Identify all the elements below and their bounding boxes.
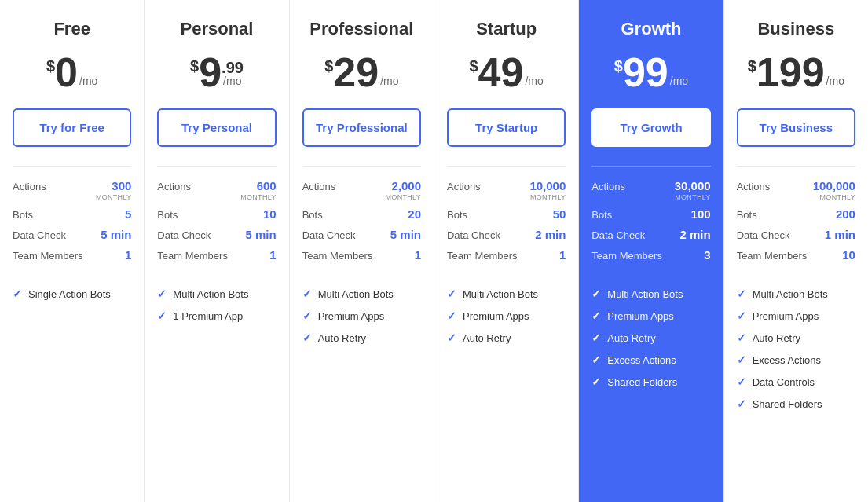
price-period-growth: /mo bbox=[670, 75, 688, 86]
stat-sub: MONTHLY bbox=[675, 193, 711, 201]
feature-label: Multi Action Bots bbox=[753, 288, 828, 300]
price-row-business: $199/mo bbox=[737, 52, 855, 93]
stat-value-group: 1 bbox=[269, 248, 276, 262]
stat-value-group: 2,000MONTHLY bbox=[386, 179, 421, 201]
feature-item: ✓Premium Apps bbox=[737, 310, 855, 322]
stat-value-group: 20 bbox=[408, 207, 421, 222]
plan-col-business: Business$199/moTry BusinessActions100,00… bbox=[724, 0, 868, 502]
stat-row: Data Check5 min bbox=[157, 228, 276, 242]
stat-label: Actions bbox=[157, 181, 191, 192]
stat-value-group: 2 min bbox=[679, 228, 710, 242]
feature-item: ✓Excess Actions bbox=[591, 354, 710, 366]
check-icon: ✓ bbox=[13, 288, 22, 300]
stat-value-group: 1 bbox=[125, 248, 131, 262]
cta-button-startup[interactable]: Try Startup bbox=[447, 108, 566, 147]
check-icon: ✓ bbox=[157, 288, 167, 300]
stats-section-free: Actions300MONTHLYBots5Data Check5 minTea… bbox=[13, 179, 131, 269]
stat-value-group: 30,000MONTHLY bbox=[675, 179, 711, 201]
check-icon: ✓ bbox=[737, 288, 746, 300]
cta-button-business[interactable]: Try Business bbox=[737, 108, 855, 147]
stat-value-group: 3 bbox=[704, 248, 710, 262]
price-row-professional: $29/mo bbox=[302, 52, 421, 93]
plan-name-professional: Professional bbox=[302, 19, 421, 39]
feature-item: ✓Auto Retry bbox=[302, 332, 421, 344]
stats-section-personal: Actions600MONTHLYBots10Data Check5 minTe… bbox=[157, 179, 276, 269]
feature-item: ✓Auto Retry bbox=[737, 332, 855, 344]
stat-value: 600 bbox=[257, 179, 277, 192]
stat-label: Actions bbox=[447, 181, 481, 192]
stat-value: 30,000 bbox=[675, 179, 711, 192]
stat-value: 1 bbox=[269, 248, 276, 262]
check-icon: ✓ bbox=[302, 288, 312, 300]
features-section-growth: ✓Multi Action Bots✓Premium Apps✓Auto Ret… bbox=[591, 288, 710, 388]
price-dollar-startup: $ bbox=[469, 58, 478, 74]
feature-label: Data Controls bbox=[753, 376, 815, 388]
stat-row: Data Check5 min bbox=[13, 228, 131, 242]
stat-label: Bots bbox=[447, 209, 467, 221]
stat-label: Bots bbox=[157, 209, 178, 221]
stat-value-group: 1 bbox=[559, 248, 566, 262]
stat-value: 1 bbox=[559, 248, 566, 262]
cta-button-professional[interactable]: Try Professional bbox=[302, 108, 421, 147]
stat-value: 300 bbox=[112, 179, 131, 192]
plan-name-business: Business bbox=[737, 19, 855, 39]
stat-label: Team Members bbox=[447, 250, 518, 262]
cta-button-free[interactable]: Try for Free bbox=[13, 108, 131, 147]
features-section-startup: ✓Multi Action Bots✓Premium Apps✓Auto Ret… bbox=[447, 288, 566, 344]
stat-value: 10,000 bbox=[529, 179, 566, 192]
plan-col-professional: Professional$29/moTry ProfessionalAction… bbox=[290, 0, 434, 502]
stat-label: Data Check bbox=[737, 229, 790, 241]
stat-row: Actions10,000MONTHLY bbox=[447, 179, 566, 201]
feature-item: ✓Multi Action Bots bbox=[157, 288, 276, 300]
feature-item: ✓Auto Retry bbox=[591, 332, 710, 344]
feature-item: ✓Excess Actions bbox=[737, 354, 855, 366]
stat-label: Data Check bbox=[157, 229, 211, 241]
stat-value-group: 10,000MONTHLY bbox=[529, 179, 566, 201]
feature-item: ✓Premium Apps bbox=[591, 310, 710, 322]
feature-label: Multi Action Bots bbox=[173, 288, 248, 300]
price-amount-personal: 9 bbox=[199, 52, 222, 93]
check-icon: ✓ bbox=[447, 310, 456, 322]
price-row-free: $0/mo bbox=[13, 52, 131, 93]
feature-item: ✓Data Controls bbox=[737, 376, 855, 388]
plan-name-growth: Growth bbox=[591, 19, 710, 39]
check-icon: ✓ bbox=[591, 332, 601, 344]
plan-name-startup: Startup bbox=[447, 19, 566, 39]
stat-row: Team Members1 bbox=[302, 248, 421, 262]
stat-label: Actions bbox=[591, 181, 625, 192]
price-row-growth: $99/mo bbox=[591, 52, 710, 93]
cta-button-personal[interactable]: Try Personal bbox=[157, 108, 276, 147]
stat-sub: MONTHLY bbox=[813, 193, 855, 201]
price-amount-startup: 49 bbox=[478, 52, 524, 93]
cta-button-growth[interactable]: Try Growth bbox=[591, 108, 710, 147]
stat-row: Data Check2 min bbox=[591, 228, 710, 242]
stat-row: Actions30,000MONTHLY bbox=[591, 179, 710, 201]
stat-row: Actions600MONTHLY bbox=[157, 179, 276, 201]
stat-row: Team Members1 bbox=[13, 248, 131, 262]
stat-label: Team Members bbox=[157, 250, 228, 262]
price-period-free: /mo bbox=[79, 75, 97, 86]
stat-row: Actions2,000MONTHLY bbox=[302, 179, 421, 201]
stat-value-group: 1 bbox=[415, 248, 421, 262]
stat-label: Data Check bbox=[591, 229, 645, 241]
feature-item: ✓Shared Folders bbox=[591, 376, 710, 388]
stat-row: Bots20 bbox=[302, 207, 421, 222]
stat-row: Team Members10 bbox=[737, 248, 855, 262]
feature-label: Multi Action Bots bbox=[463, 288, 538, 300]
stat-value-group: 600MONTHLY bbox=[240, 179, 276, 201]
check-icon: ✓ bbox=[591, 310, 601, 322]
divider-growth bbox=[591, 166, 710, 167]
price-row-personal: $9.99/mo bbox=[157, 52, 276, 93]
price-amount-business: 199 bbox=[756, 52, 825, 93]
stat-value: 1 bbox=[125, 248, 131, 262]
stat-value-group: 10 bbox=[842, 248, 855, 262]
feature-item: ✓Multi Action Bots bbox=[737, 288, 855, 300]
stat-value: 3 bbox=[704, 248, 710, 262]
price-cents-personal: .99 bbox=[222, 60, 244, 75]
feature-label: Excess Actions bbox=[607, 354, 676, 366]
feature-label: Premium Apps bbox=[318, 310, 385, 322]
stat-label: Bots bbox=[591, 209, 612, 221]
stat-row: Bots50 bbox=[447, 207, 566, 222]
stat-row: Data Check1 min bbox=[737, 228, 855, 242]
stat-label: Actions bbox=[13, 181, 46, 192]
